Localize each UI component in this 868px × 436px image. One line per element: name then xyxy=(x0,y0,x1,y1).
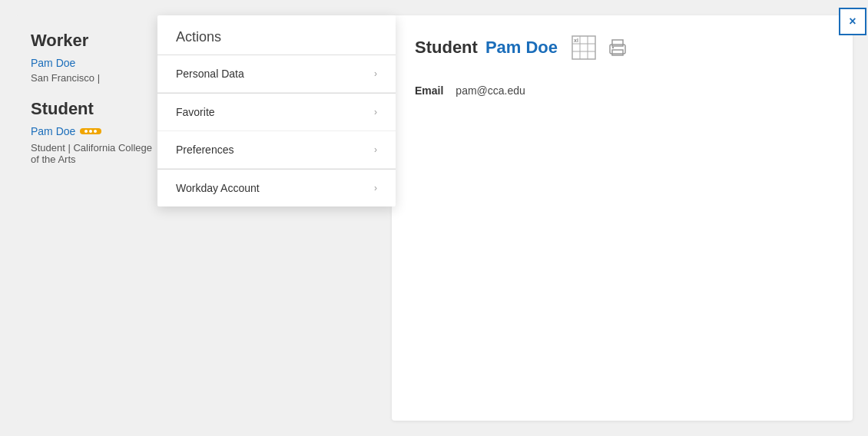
workday-account-label: Workday Account xyxy=(176,182,260,194)
right-panel-header: Student Pam Doe xl xyxy=(415,34,830,61)
badge-dots xyxy=(80,128,101,134)
panel-name-link[interactable]: Pam Doe xyxy=(485,38,558,58)
excel-icon-button[interactable]: xl xyxy=(570,34,598,61)
svg-point-9 xyxy=(612,47,614,48)
dropdown-item-favorite[interactable]: Favorite › xyxy=(157,94,396,131)
dropdown-item-workday-account[interactable]: Workday Account › xyxy=(157,170,396,206)
badge-dot-1 xyxy=(84,130,88,133)
left-panel: Worker Pam Doe San Francisco | Student P… xyxy=(15,15,169,180)
email-label: Email xyxy=(415,84,443,97)
svg-text:xl: xl xyxy=(574,38,578,43)
student-name-row: Pam Doe xyxy=(31,125,154,137)
preferences-label: Preferences xyxy=(176,144,234,156)
svg-rect-8 xyxy=(612,50,623,55)
dropdown-title: Actions xyxy=(176,29,221,45)
worker-section-label: Worker xyxy=(31,31,154,51)
favorite-label: Favorite xyxy=(176,106,215,118)
student-name-link[interactable]: Pam Doe xyxy=(31,125,75,137)
workday-account-chevron-icon: › xyxy=(374,183,377,193)
worker-location: San Francisco | xyxy=(31,72,154,84)
panel-icons: xl xyxy=(570,34,631,61)
dropdown-item-preferences[interactable]: Preferences › xyxy=(157,131,396,169)
excel-icon: xl xyxy=(571,35,596,60)
personal-data-chevron-icon: › xyxy=(374,68,377,79)
print-icon-button[interactable] xyxy=(604,34,631,61)
print-icon xyxy=(607,37,628,58)
badge-dot-3 xyxy=(94,130,97,133)
personal-data-label: Personal Data xyxy=(176,68,244,80)
dropdown-item-personal-data[interactable]: Personal Data › xyxy=(157,55,396,93)
email-row: Email pam@cca.edu xyxy=(415,84,830,97)
actions-dropdown: Actions Personal Data › Favorite › Prefe… xyxy=(157,15,396,206)
preferences-chevron-icon: › xyxy=(374,144,377,155)
student-subtitle: Student | California College of the Arts xyxy=(31,142,154,165)
close-button[interactable]: × xyxy=(839,8,866,35)
svg-rect-7 xyxy=(612,40,623,46)
panel-title: Student xyxy=(415,38,478,58)
student-section-label: Student xyxy=(31,99,154,119)
favorite-chevron-icon: › xyxy=(374,107,377,117)
badge-dot-2 xyxy=(89,130,92,133)
dropdown-header: Actions xyxy=(157,15,396,54)
worker-name-link[interactable]: Pam Doe xyxy=(31,57,154,69)
right-panel: × Student Pam Doe xl xyxy=(392,15,853,421)
email-value: pam@cca.edu xyxy=(456,84,525,97)
main-container: Worker Pam Doe San Francisco | Student P… xyxy=(15,15,853,421)
